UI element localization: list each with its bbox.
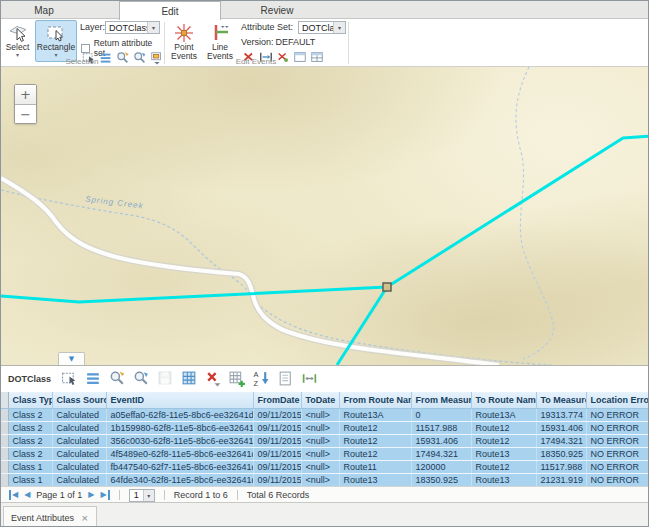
rectangle-tool-button[interactable]: Rectangle ▾ [35, 20, 77, 62]
point-events-icon [174, 23, 194, 43]
point-events-button[interactable]: Point Events [167, 20, 201, 62]
row-selector-gutter[interactable] [1, 447, 8, 460]
column-header[interactable]: ToDate [301, 392, 339, 408]
table-cell: 19313.774 [536, 408, 586, 421]
measure-view-icon[interactable] [301, 370, 318, 387]
total-records-text: Total 6 Records [247, 490, 310, 500]
tab-review[interactable]: Review [237, 1, 317, 19]
zoom-to-record-icon[interactable] [109, 370, 126, 387]
table-cell: 15931.406 [411, 434, 471, 447]
table-cell: Route13 [471, 447, 536, 460]
column-header[interactable]: From Route Name [339, 392, 411, 408]
chevron-down-icon[interactable]: ▾ [147, 22, 159, 33]
close-icon[interactable]: × [81, 513, 89, 523]
table-row[interactable]: Class 2Calculated4f5489e0-62f8-11e5-8bc6… [1, 447, 648, 460]
route-junction-marker[interactable] [383, 283, 391, 291]
row-selector-gutter[interactable] [1, 392, 8, 408]
row-selector-gutter[interactable] [1, 408, 8, 421]
table-cell: NO ERROR [586, 434, 648, 447]
route-event-line[interactable] [1, 136, 649, 302]
table-row[interactable]: Class 1Calculatedfb447540-62f7-11e5-8bc6… [1, 460, 648, 473]
table-cell: 09/11/2015 [253, 473, 301, 486]
table-cell: 09/11/2015 [253, 408, 301, 421]
bottom-tabbar: Event Attributes × [1, 502, 648, 527]
table-cell: Route13 [339, 473, 411, 486]
table-cell: 4f5489e0-62f8-11e5-8bc6-ee32641d5ec9 [106, 447, 253, 460]
delete-record-icon[interactable] [205, 370, 222, 387]
chevron-down-icon[interactable]: ▾ [143, 490, 154, 501]
table-cell: NO ERROR [586, 460, 648, 473]
column-header[interactable]: Location Error [586, 392, 648, 408]
divider [237, 490, 238, 500]
save-icon[interactable] [157, 370, 174, 387]
table-cell: 356c0030-62f8-11e5-8bc6-ee32641d5ec9 [106, 434, 253, 447]
add-record-icon[interactable] [229, 370, 246, 387]
tab-edit[interactable]: Edit [119, 1, 221, 20]
zoom-in-button[interactable]: + [15, 85, 36, 104]
map-overlay [1, 67, 649, 365]
tab-event-attributes[interactable]: Event Attributes × [3, 506, 97, 527]
column-header[interactable]: To Measure [536, 392, 586, 408]
column-header[interactable]: EventID [106, 392, 253, 408]
table-cell: 09/11/2015 [253, 447, 301, 460]
table-cell: <null> [301, 447, 339, 460]
table-cell: NO ERROR [586, 421, 648, 434]
sort-icon[interactable]: AZ [253, 370, 270, 387]
next-page-button[interactable]: ▶ [88, 490, 94, 500]
table-cell: Class 2 [8, 434, 52, 447]
column-header[interactable]: Class Type [8, 392, 52, 408]
select-tool-button[interactable]: Select ▾ [2, 20, 33, 62]
map-canvas[interactable]: Spring Creek + − ▼ [1, 67, 649, 365]
pagination-bar: ◀ ◀ Page 1 of 1 ▶ ▶ 1 ▾ Record 1 to 6 To… [1, 486, 649, 503]
select-records-icon[interactable] [61, 370, 78, 387]
row-selector-gutter[interactable] [1, 434, 8, 447]
table-row[interactable]: Class 2Calculated356c0030-62f8-11e5-8bc6… [1, 434, 648, 447]
chevron-down-icon[interactable]: ▾ [333, 22, 345, 33]
map-zoom-control: + − [14, 84, 37, 124]
table-cell: Route12 [471, 460, 536, 473]
first-page-button[interactable]: ◀ [9, 490, 18, 500]
row-selector-gutter[interactable] [1, 460, 8, 473]
panel-collapse-tab[interactable]: ▼ [58, 352, 85, 365]
table-cell: 0 [411, 408, 471, 421]
list-icon[interactable] [85, 370, 102, 387]
table-cell: 17494.321 [411, 447, 471, 460]
column-header[interactable]: From Measure [411, 392, 471, 408]
line-events-button[interactable]: Line Events [203, 20, 237, 62]
attribute-set-dropdown[interactable]: DOTClass ▾ [298, 21, 346, 34]
row-selector-gutter[interactable] [1, 473, 8, 486]
table-cell: Calculated [52, 447, 106, 460]
table-row[interactable]: Class 2Calculateda05effa0-62f8-11e5-8bc6… [1, 408, 648, 421]
table-cell: Calculated [52, 421, 106, 434]
last-page-button[interactable]: ▶ [101, 490, 110, 500]
table-row[interactable]: Class 1Calculated64fde340-62f8-11e5-8bc6… [1, 473, 648, 486]
form-view-icon[interactable] [277, 370, 294, 387]
ribbon-tabstrip: Map Edit Review [1, 1, 648, 19]
table-cell: a05effa0-62f8-11e5-8bc6-ee32641d5ec9 [106, 408, 253, 421]
layer-field: Layer: [80, 22, 108, 32]
panel-title: DOTClass [8, 374, 51, 384]
column-header[interactable]: FromDate [253, 392, 301, 408]
attribute-grid-icon[interactable] [181, 370, 198, 387]
table-cell: Calculated [52, 460, 106, 473]
table-cell: 64fde340-62f8-11e5-8bc6-ee32641d5ec9 [106, 473, 253, 486]
table-cell: Route12 [471, 421, 536, 434]
column-header[interactable]: To Route Name [471, 392, 536, 408]
table-cell: Route13 [471, 473, 536, 486]
table-cell: Route12 [339, 421, 411, 434]
group-separator [348, 22, 349, 64]
table-row[interactable]: Class 2Calculated1b159980-62f8-11e5-8bc6… [1, 421, 648, 434]
road-line [1, 178, 499, 365]
previous-page-button[interactable]: ◀ [24, 490, 30, 500]
table-cell: <null> [301, 460, 339, 473]
layer-dropdown[interactable]: DOTClass ▾ [105, 21, 160, 34]
column-header[interactable]: Class Source [52, 392, 106, 408]
table-cell: fb447540-62f7-11e5-8bc6-ee32641d5ec9 [106, 460, 253, 473]
pan-to-record-icon[interactable] [133, 370, 150, 387]
page-number-dropdown[interactable]: 1 ▾ [129, 489, 155, 502]
tab-map[interactable]: Map [13, 1, 75, 19]
record-range-text: Record 1 to 6 [174, 490, 228, 500]
row-selector-gutter[interactable] [1, 421, 8, 434]
version-field: Version: DEFAULT [241, 37, 315, 47]
zoom-out-button[interactable]: − [15, 104, 36, 123]
